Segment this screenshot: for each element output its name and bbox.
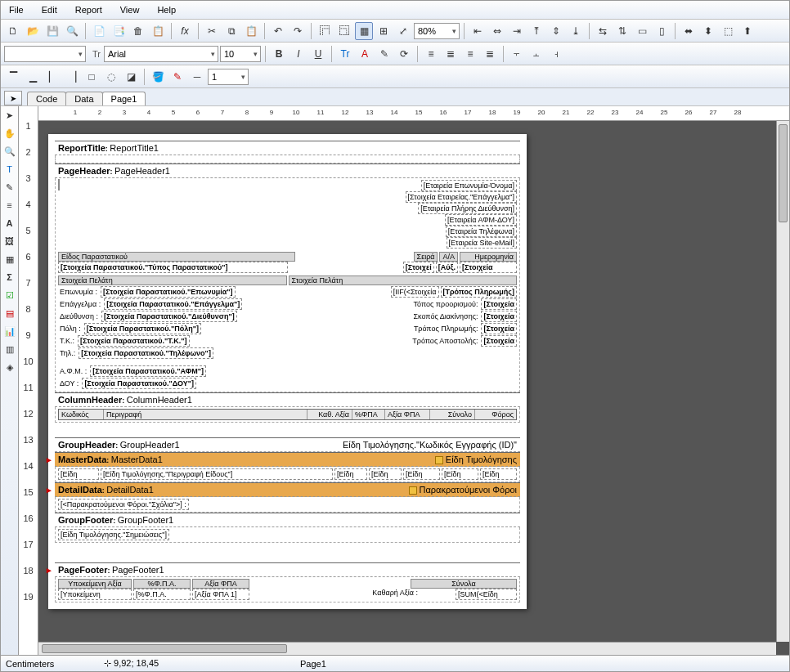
- doc-kind-field[interactable]: [Στοιχεία Παραστατικού."Τύπος Παραστατικ…: [58, 262, 288, 273]
- pf-h3[interactable]: Αξία ΦΠΑ: [192, 579, 249, 589]
- frame-bottom-icon[interactable]: ▁: [24, 68, 42, 86]
- font-combo[interactable]: Arial: [104, 46, 218, 62]
- fx-icon[interactable]: fx: [176, 22, 194, 40]
- valign-top-icon[interactable]: ⫟: [508, 45, 526, 63]
- band-reporttitle-label[interactable]: ReportTitle: ReportTitle1: [55, 141, 520, 155]
- same-height-icon[interactable]: ⬍: [699, 22, 717, 40]
- col-vat[interactable]: Αξία ΦΠΑ: [385, 410, 430, 419]
- pf-v3[interactable]: [Αξία ΦΠΑ 1]: [192, 589, 249, 600]
- chart-tool-icon[interactable]: 📊: [2, 324, 17, 338]
- company-name-field[interactable]: [Εταιρεία Επωνυμία-Όνομα]: [421, 180, 517, 191]
- rotate-icon[interactable]: ⟳: [395, 45, 413, 63]
- align-top-edge-icon[interactable]: ⤒: [527, 22, 545, 40]
- client-tel-field[interactable]: [Στοιχεία Παραστατικού."Τηλέφωνο"]: [79, 347, 213, 359]
- gf-field[interactable]: [Είδη Τιμολόγησης."Σημειώσεις"]: [58, 529, 169, 540]
- menu-view[interactable]: View: [117, 3, 143, 16]
- band-pageheader-body[interactable]: [Εταιρεία Επωνυμία-Όνομα] [Στοιχεία Εται…: [55, 178, 520, 392]
- zoom-combo[interactable]: 80%: [414, 23, 460, 39]
- memo-tool-icon[interactable]: A: [2, 216, 17, 231]
- menu-edit[interactable]: Edit: [38, 3, 61, 16]
- select-tool-icon[interactable]: ➤: [2, 108, 17, 123]
- frame-right-icon[interactable]: ▕: [63, 68, 81, 86]
- col-vatpct[interactable]: %ΦΠΑ: [352, 410, 385, 419]
- report-page[interactable]: ReportTitle: ReportTitle1 PageHeader: Pa…: [48, 134, 527, 609]
- group-icon[interactable]: ⿸: [316, 22, 334, 40]
- checkbox-tool-icon[interactable]: ☑: [2, 288, 17, 302]
- md-f1[interactable]: [Είδη: [58, 468, 99, 480]
- client-header-left[interactable]: Στοιχεία Πελάτη: [58, 276, 287, 285]
- band-pagefooter-label[interactable]: ▸ PageFooter: PageFooter1: [55, 562, 520, 577]
- detail-field[interactable]: [<Παρακρατούμενοι Φόροι."Σχόλια">] :: [58, 499, 189, 510]
- page-settings-icon[interactable]: 📋: [149, 22, 167, 40]
- zoom-tool-icon[interactable]: 🔍: [2, 144, 17, 159]
- font-color-icon[interactable]: A: [356, 45, 374, 63]
- underline-icon[interactable]: U: [309, 45, 327, 63]
- pf-h1[interactable]: Υποκείμενη Αξία: [58, 579, 132, 589]
- picture-tool-icon[interactable]: 🖼: [2, 234, 17, 249]
- pf-h4[interactable]: Σύνολα: [411, 579, 517, 589]
- band-groupfooter-label[interactable]: GroupFooter: GroupFooter1: [55, 513, 520, 527]
- company-afm-field[interactable]: [Εταιρεία ΑΦΜ-ΔΟΥ]: [445, 214, 517, 226]
- redo-icon[interactable]: ↷: [289, 22, 307, 40]
- ship-field[interactable]: [Στοιχεία: [481, 335, 517, 347]
- font-settings-icon[interactable]: Tr: [336, 45, 354, 63]
- fontsize-combo[interactable]: 10: [220, 46, 261, 62]
- tab-page1[interactable]: Page1: [102, 92, 146, 105]
- bold-icon[interactable]: B: [270, 45, 288, 63]
- sysmemo-tool-icon[interactable]: Σ: [2, 270, 17, 284]
- align-center-icon[interactable]: ≣: [442, 45, 460, 63]
- page-copy-icon[interactable]: 📑: [110, 22, 128, 40]
- frame-all-icon[interactable]: □: [83, 68, 101, 86]
- align-right-edge-icon[interactable]: ⇥: [508, 22, 526, 40]
- pf-v2[interactable]: [%Φ.Π.Α.: [133, 589, 191, 600]
- align-bottom-edge-icon[interactable]: ⤓: [567, 22, 585, 40]
- col-code[interactable]: Κωδικός: [59, 410, 104, 419]
- undo-icon[interactable]: ↶: [269, 22, 287, 40]
- rich-tool-icon[interactable]: ▤: [2, 306, 17, 320]
- md-f6[interactable]: [Είδη: [442, 468, 478, 480]
- menu-help[interactable]: Help: [154, 3, 179, 16]
- paste-icon[interactable]: 📋: [242, 22, 260, 40]
- fill-color-icon[interactable]: 🪣: [149, 68, 167, 86]
- pf-h2[interactable]: %Φ.Π.Α.: [133, 579, 191, 589]
- client-iif-field[interactable]: [IIF(<Στοιχεία: [391, 286, 439, 298]
- frame-none-icon[interactable]: ◌: [102, 68, 120, 86]
- text-tool-icon[interactable]: T: [2, 162, 17, 177]
- client-addr-field[interactable]: [Στοιχεία Παραστατικού."Διεύθυνση"]: [101, 311, 237, 322]
- doc-kind-label[interactable]: Είδος Παραστατικού: [58, 252, 295, 262]
- client-tk-field[interactable]: [Στοιχεία Παραστατικού."T.K."]: [78, 335, 190, 347]
- bring-front-icon[interactable]: ⬆: [738, 22, 756, 40]
- client-header-right[interactable]: Στοιχεία Πελάτη: [289, 276, 518, 285]
- align-center-h-icon[interactable]: ⇔: [488, 22, 506, 40]
- band-pageheader-label[interactable]: PageHeader: PageHeader1: [55, 164, 520, 178]
- move-field[interactable]: [Στοιχεία: [481, 311, 517, 322]
- snap-icon[interactable]: ⊞: [375, 22, 393, 40]
- col-net[interactable]: Καθ. Αξία: [307, 410, 352, 419]
- space-v-icon[interactable]: ⇅: [613, 22, 631, 40]
- valign-middle-icon[interactable]: ⫠: [527, 45, 545, 63]
- md-f7[interactable]: [Είδη: [480, 468, 517, 480]
- col-tax[interactable]: Φόρος: [475, 410, 516, 419]
- fit-icon[interactable]: ⤢: [394, 22, 412, 40]
- band-columnheader-label[interactable]: ColumnHeader: ColumnHeader1: [55, 392, 520, 407]
- company-address-field[interactable]: [Εταιρεία Πλήρης Διεύθυνση]: [418, 203, 517, 214]
- client-name-field[interactable]: [Στοιχεία Παραστατικού."Επωνυμία"]: [101, 286, 236, 298]
- same-size-icon[interactable]: ⬚: [719, 22, 737, 40]
- page-new-icon[interactable]: 📄: [90, 22, 108, 40]
- band-reporttitle-body[interactable]: [55, 155, 520, 164]
- hand-tool-icon[interactable]: ✋: [2, 126, 17, 141]
- align-left-icon[interactable]: ≡: [422, 45, 440, 63]
- align-justify-icon[interactable]: ≣: [481, 45, 499, 63]
- format-tool-icon[interactable]: ✎: [2, 180, 17, 195]
- client-afm-field[interactable]: [Στοιχεία Παραστατικού."ΑΦΜ"]: [90, 365, 206, 377]
- highlight-icon[interactable]: ✎: [375, 45, 393, 63]
- align-middle-icon[interactable]: ⇕: [547, 22, 565, 40]
- band-detaildata-label[interactable]: ▸ DetailData: DetailData1 Παρακρατούμενο…: [55, 482, 520, 497]
- md-f2[interactable]: [Είδη Τιμολόγησης."Περιγραφή Είδους"]: [101, 468, 333, 480]
- space-h-icon[interactable]: ⇆: [594, 22, 612, 40]
- company-job-field[interactable]: [Στοιχεία Εταιρείας."Επάγγελμα"]: [406, 191, 517, 203]
- pointer-tool-icon[interactable]: ➤: [4, 91, 22, 105]
- barcode-tool-icon[interactable]: ▥: [2, 342, 17, 356]
- tab-code[interactable]: Code: [27, 92, 66, 105]
- pf-v5[interactable]: [SUM(<Είδη: [456, 589, 517, 600]
